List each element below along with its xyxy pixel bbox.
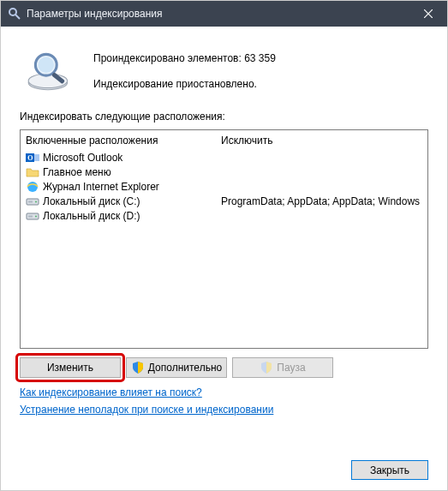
shield-icon xyxy=(131,361,145,374)
modify-button[interactable]: Изменить xyxy=(20,357,121,378)
svg-text:O: O xyxy=(27,154,33,162)
svg-rect-18 xyxy=(28,215,33,217)
list-item[interactable]: Главное меню xyxy=(26,165,211,179)
ie-icon xyxy=(26,180,39,194)
included-header[interactable]: Включенные расположения xyxy=(26,133,211,150)
list-item[interactable]: Журнал Internet Explorer xyxy=(26,179,211,194)
close-icon xyxy=(424,9,433,18)
magnifier-icon xyxy=(8,7,21,21)
drive-icon xyxy=(26,195,39,208)
close-button[interactable] xyxy=(409,1,447,27)
list-item-label: Локальный диск (C:) xyxy=(43,195,140,207)
svg-rect-15 xyxy=(28,201,33,202)
status-header: Проиндексировано элементов: 63 359 Индек… xyxy=(20,45,428,99)
excluded-header[interactable]: Исключить xyxy=(221,133,422,150)
advanced-button[interactable]: Дополнительно xyxy=(126,357,227,378)
list-item-label: Локальный диск (D:) xyxy=(43,210,140,222)
list-item[interactable]: OMicrosoft Outlook xyxy=(26,150,211,165)
outlook-icon: O xyxy=(26,151,39,165)
svg-point-0 xyxy=(9,9,16,15)
folder-icon xyxy=(26,165,39,179)
shield-icon xyxy=(260,361,273,374)
titlebar: Параметры индексирования xyxy=(1,1,447,27)
drive-icon xyxy=(26,209,39,223)
locations-list: Включенные расположения OMicrosoft Outlo… xyxy=(20,129,428,349)
close-dialog-button[interactable]: Закрыть xyxy=(351,460,428,480)
svg-point-17 xyxy=(35,215,37,217)
help-link-search[interactable]: Как индексирование влияет на поиск? xyxy=(20,386,202,398)
svg-point-12 xyxy=(27,182,38,192)
svg-point-7 xyxy=(39,57,55,73)
svg-point-14 xyxy=(35,201,37,202)
list-item-label: Microsoft Outlook xyxy=(43,152,122,164)
indexing-status: Индексирование приостановлено. xyxy=(93,75,276,94)
pause-button: Пауза xyxy=(232,357,333,378)
list-item-label: Главное меню xyxy=(43,166,111,178)
window-title: Параметры индексирования xyxy=(27,8,162,20)
exclude-item[interactable]: ProgramData; AppData; AppData; Windows xyxy=(221,194,422,208)
svg-line-1 xyxy=(15,15,20,19)
list-item[interactable]: Локальный диск (D:) xyxy=(26,208,211,223)
troubleshoot-link[interactable]: Устранение неполадок при поиске и индекс… xyxy=(20,404,273,416)
list-item-label: Журнал Internet Explorer xyxy=(43,181,159,193)
locations-label: Индексировать следующие расположения: xyxy=(20,111,428,123)
indexed-count: Проиндексировано элементов: 63 359 xyxy=(93,50,276,69)
indexing-magnifier-icon xyxy=(25,45,78,99)
svg-rect-11 xyxy=(34,154,39,161)
list-item[interactable]: Локальный диск (C:) xyxy=(26,194,211,208)
